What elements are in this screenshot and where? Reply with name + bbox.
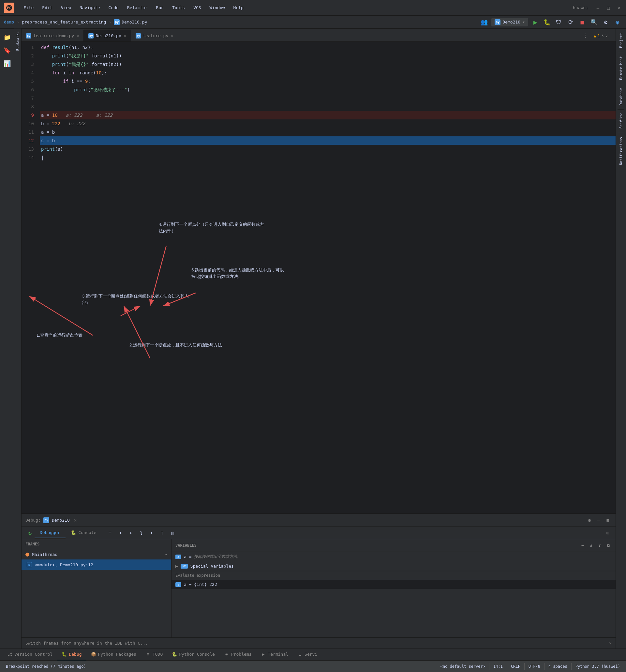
tab-version-control[interactable]: ⎇ Version Control (3, 649, 57, 661)
nav-users-button[interactable]: 👥 (480, 18, 489, 27)
window-title: huawei (573, 5, 588, 10)
var-ctrl-2[interactable]: ∧ (587, 542, 595, 549)
coverage-button[interactable]: 🛡 (554, 18, 564, 27)
breadcrumb-project[interactable]: demo (4, 20, 14, 24)
tab-terminal[interactable]: ▶ Terminal (256, 649, 293, 661)
search-button[interactable]: 🔍 (590, 18, 599, 27)
variable-a[interactable]: a a = 按此按钮跳出函数或方法。 (172, 552, 616, 562)
variable-special-icon: SV (181, 564, 188, 569)
switch-frames-close[interactable]: ✕ (609, 641, 612, 646)
debug-step-into[interactable]: ⬇ (126, 528, 135, 537)
status-position[interactable]: 14:1 (490, 661, 506, 672)
run-config-dropdown[interactable]: py Demo210 ▾ (491, 18, 528, 26)
sidebar-database-label[interactable]: Database (618, 84, 624, 109)
breadcrumb-folder[interactable]: preprocess_and_feature_extracting (22, 20, 106, 24)
warning-down[interactable]: ∨ (605, 33, 608, 38)
settings-button[interactable]: ⚙ (601, 18, 610, 27)
var-ctrl-copy[interactable]: ⧉ (604, 542, 612, 549)
sidebar-project[interactable]: 📁 (1, 31, 13, 43)
maximize-button[interactable]: □ (605, 5, 612, 11)
tab-debugger[interactable]: Debugger (34, 527, 66, 538)
eval-result-value: a = {int} 222 (184, 582, 217, 587)
menu-view[interactable]: View (57, 3, 75, 12)
thread-expand[interactable]: ▾ (165, 552, 167, 557)
tab-feature[interactable]: py feature.py ✕ (131, 30, 178, 42)
status-encoding[interactable]: UTF-8 (525, 661, 544, 672)
menu-window[interactable]: Window (206, 3, 229, 12)
debug-session-close[interactable]: ✕ (74, 517, 77, 523)
menu-edit[interactable]: Edit (38, 3, 56, 12)
var-ctrl-1[interactable]: — (579, 542, 586, 549)
menu-run[interactable]: Run (152, 3, 168, 12)
run-config-icon: py (495, 19, 500, 25)
bottom-tabs: ⎇ Version Control 🐛 Debug 📦 Python Packa… (0, 649, 626, 660)
warning-up[interactable]: ∧ (601, 33, 604, 38)
status-server[interactable]: <no default server> (437, 661, 489, 672)
switch-frames-bar: Switch frames from anywhere in the IDE w… (22, 638, 616, 649)
sidebar-sciview-label[interactable]: SciView (618, 109, 624, 133)
tab-close-demo210[interactable]: ✕ (124, 33, 126, 38)
tab-problems[interactable]: ⊙ Problems (220, 649, 256, 661)
debug-session-icon: py (43, 518, 49, 523)
debug-button[interactable]: 🐛 (543, 18, 552, 27)
code-line-14: | (40, 153, 616, 162)
menu-file[interactable]: File (20, 3, 37, 12)
debug-step-into-mycode[interactable]: ⤵ (136, 528, 146, 537)
tab-demo210[interactable]: py Demo210.py ✕ (84, 30, 131, 42)
debug-show-execution-point[interactable]: ≡ (105, 528, 115, 537)
status-python-text: Python 3.7 (huawei) (575, 664, 620, 669)
menu-vcs[interactable]: VCS (190, 3, 205, 12)
theme-button[interactable]: ◉ (613, 18, 622, 27)
debug-restore-layout[interactable]: ⊞ (604, 529, 612, 537)
breadcrumb-file[interactable]: Demo210.py (122, 20, 147, 24)
sidebar-structure[interactable]: 📊 (1, 57, 13, 69)
sidebar-bookmarks[interactable]: 🔖 (1, 44, 13, 56)
code-content[interactable]: def result(n1, n2): print("我是{}".format(… (37, 42, 616, 513)
debug-step-out[interactable]: ⬆ (147, 528, 156, 537)
tab-python-packages[interactable]: 📦 Python Packages (86, 649, 141, 661)
sidebar-notifications-label[interactable]: Notifications (618, 133, 624, 169)
tab-featrure-demo[interactable]: py featrure_demo.py ✕ (22, 30, 84, 42)
stop-button[interactable]: ■ (578, 18, 587, 27)
menu-navigate[interactable]: Navigate (76, 3, 104, 12)
bookmarks-label[interactable]: Bookmarks (14, 29, 21, 53)
tab-console[interactable]: 🐍 Console (66, 527, 102, 538)
variable-special[interactable]: ▶ SV Special Variables (172, 562, 616, 571)
tab-python-console[interactable]: 🐍 Python Console (167, 649, 220, 661)
variable-a-value: 按此按钮跳出函数或方法。 (194, 554, 241, 559)
frame-module[interactable]: ▣ <module>, Demo210.py:12 (22, 559, 171, 570)
var-ctrl-3[interactable]: ∨ (596, 542, 603, 549)
debug-evaluate-expression[interactable]: ▤ (168, 528, 177, 537)
menu-refactor[interactable]: Refactor (123, 3, 152, 12)
tab-close-feature[interactable]: ✕ (171, 33, 173, 38)
sidebar-project-label[interactable]: Project (618, 29, 624, 52)
debug-multi-button[interactable]: ⊞ (604, 517, 612, 524)
tab-servi[interactable]: ☁ Servi (293, 649, 322, 661)
sidebar-remote-host-label[interactable]: Remote Host (618, 52, 624, 84)
code-editor[interactable]: 1 2 3 4 5 6 7 8 9 10 11 12 13 14 def res… (22, 42, 616, 513)
debug-minimize-button[interactable]: — (595, 517, 603, 524)
close-button[interactable]: ✕ (616, 5, 622, 11)
tab-todo[interactable]: ≡ TODO (141, 649, 167, 661)
tabs-more-button[interactable]: ⋮ (579, 30, 591, 42)
thread-mainthread[interactable]: MainThread ▾ (22, 549, 171, 559)
tab-close-featrure[interactable]: ✕ (77, 33, 79, 38)
profile-button[interactable]: ⟳ (566, 18, 575, 27)
menu-help[interactable]: Help (229, 3, 248, 12)
statusbar: Breakpoint reached (7 minutes ago) <no d… (0, 660, 626, 672)
status-indent[interactable]: 4 spaces (545, 661, 571, 672)
variable-special-expand[interactable]: ▶ (175, 564, 178, 569)
run-button[interactable]: ▶ (531, 18, 540, 27)
minimize-button[interactable]: — (595, 5, 601, 11)
tab-terminal-icon: ▶ (260, 652, 266, 657)
menu-tools[interactable]: Tools (168, 3, 189, 12)
debug-refresh-button[interactable]: ↻ (25, 528, 34, 537)
status-python-version[interactable]: Python 3.7 (huawei) (572, 661, 623, 672)
menu-code[interactable]: Code (105, 3, 123, 12)
debug-step-over[interactable]: ⬆ (116, 528, 125, 537)
tab-debug[interactable]: 🐛 Debug (57, 649, 86, 661)
status-line-ending[interactable]: CRLF (508, 661, 524, 672)
debug-settings-button[interactable]: ⚙ (585, 517, 593, 524)
debug-run-to-cursor[interactable]: ⊤ (157, 528, 167, 537)
evaluate-label[interactable]: Evaluate expression (175, 573, 220, 578)
